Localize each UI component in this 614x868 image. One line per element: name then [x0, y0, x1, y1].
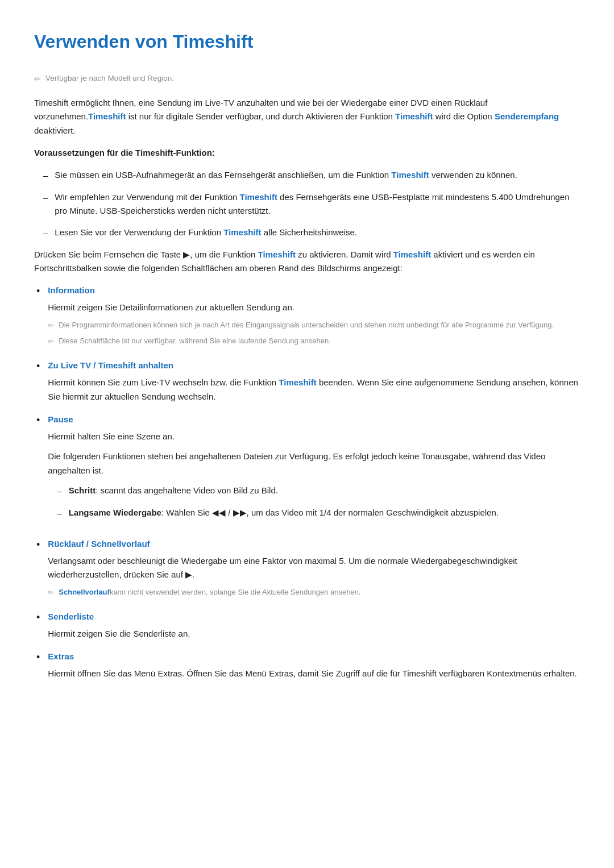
bullet-dot-1: • [36, 284, 40, 299]
desc-pause-2: Die folgenden Funktionen stehen bei ange… [48, 450, 580, 478]
timeshift-link-act2: Timeshift [393, 250, 431, 259]
desc-pause-1: Hiermit halten Sie eine Szene an. [48, 430, 580, 444]
list-item-extras: • Extras Hiermit öffnen Sie das Menü Ext… [34, 650, 580, 681]
prereq-item-1: – Sie müssen ein USB-Aufnahmegerät an da… [34, 168, 580, 182]
dash-schritt: – [57, 484, 61, 498]
senderempfang-link: Senderempfang [495, 111, 559, 121]
timeshift-link-prereq2: Timeshift [240, 192, 277, 202]
timeshift-link-prereq1: Timeshift [391, 170, 429, 180]
prereq-item-3: – Lesen Sie vor der Verwendung der Funkt… [34, 226, 580, 240]
activation-paragraph: Drücken Sie beim Fernsehen die Taste ▶, … [34, 248, 580, 276]
list-item-senderliste: • Senderliste Hiermit zeigen Sie die Sen… [34, 610, 580, 641]
label-senderliste: Senderliste [48, 610, 580, 624]
list-item-information: • Information Hiermit zeigen Sie Detaili… [34, 284, 580, 350]
label-livetv: Zu Live TV / Timeshift anhalten [48, 359, 580, 372]
dash-2: – [43, 191, 48, 205]
note-information-2: ✏ Diese Schaltfläche ist nur verfügbar, … [48, 335, 580, 347]
bold-schritt: Schritt [69, 485, 96, 495]
pause-sub-list: – Schritt: scannt das angehaltene Video … [48, 484, 580, 520]
label-information: Information [48, 284, 580, 297]
label-livetv-part1: Zu Live TV [48, 360, 91, 370]
bullet-dot-5: • [36, 610, 40, 625]
desc-livetv: Hiermit können Sie zum Live-TV wechseln … [48, 376, 580, 404]
dash-1: – [43, 169, 48, 182]
label-rewind: Rücklauf / Schnellvorlauf [48, 537, 580, 551]
bullet-dot-6: • [36, 650, 40, 665]
label-livetv-part2: Timeshift anhalten [98, 360, 173, 370]
desc-extras: Hiermit öffnen Sie das Menü Extras. Öffn… [48, 667, 580, 681]
bullet-dot-3: • [36, 413, 40, 428]
timeshift-link-act1: Timeshift [258, 250, 296, 259]
intro-text-end: wird die Option [433, 111, 494, 121]
pencil-icon-info2: ✏ [48, 336, 54, 347]
desc-rewind: Verlangsamt oder beschleunigt die Wieder… [48, 554, 580, 583]
pause-sub-item-1: – Schritt: scannt das angehaltene Video … [48, 484, 580, 498]
label-pause: Pause [48, 413, 580, 426]
bullet-dot-4: • [36, 537, 40, 553]
schnellvorlauf-link: Schnellvorlauf [59, 588, 110, 596]
prerequisites-heading: Voraussetzungen für die Timeshift-Funkti… [34, 146, 580, 160]
dash-3: – [43, 226, 48, 240]
timeshift-link-1: Timeshift [88, 111, 126, 121]
dash-slow: – [57, 506, 61, 520]
timeshift-link-2: Timeshift [395, 111, 433, 121]
intro-deaktiviert: deaktiviert. [34, 126, 76, 135]
page-title: Verwenden von Timeshift [34, 27, 580, 56]
timeshift-link-prereq3: Timeshift [223, 227, 261, 237]
availability-note: ✏ Verfügbar je nach Modell und Region. [34, 72, 580, 85]
prerequisites-list: – Sie müssen ein USB-Aufnahmegerät an da… [34, 168, 580, 240]
pencil-icon-info1: ✏ [48, 320, 54, 331]
desc-senderliste: Hiermit zeigen Sie die Senderliste an. [48, 627, 580, 641]
bullet-dot-2: • [36, 359, 40, 374]
label-rewind-part2: Schnellvorlauf [91, 539, 150, 549]
pause-sub-item-2: – Langsame Wiedergabe: Wählen Sie ◀◀ / ▶… [48, 506, 580, 520]
features-list: • Information Hiermit zeigen Sie Detaili… [34, 284, 580, 681]
label-extras: Extras [48, 650, 580, 663]
label-rewind-part1: Rücklauf [48, 539, 84, 549]
intro-paragraph: Timeshift ermöglicht Ihnen, eine Sendung… [34, 96, 580, 138]
list-item-livetv: • Zu Live TV / Timeshift anhalten Hiermi… [34, 359, 580, 404]
note-rewind-1: ✏ Schnellvorlaufkann nicht verwendet wer… [48, 587, 580, 599]
note-information-1: ✏ Die Programminformationen können sich … [48, 319, 580, 331]
pencil-icon: ✏ [34, 73, 41, 85]
list-item-pause: • Pause Hiermit halten Sie eine Szene an… [34, 413, 580, 528]
prereq-item-2: – Wir empfehlen zur Verwendung mit der F… [34, 190, 580, 218]
label-livetv-sep: / [91, 360, 98, 370]
pencil-icon-rewind: ✏ [48, 587, 54, 599]
label-rewind-sep: / [84, 539, 92, 549]
timeshift-link-livetv: Timeshift [279, 377, 316, 387]
list-item-rewind: • Rücklauf / Schnellvorlauf Verlangsamt … [34, 537, 580, 601]
intro-text-mid: ist nur für digitale Sender verfügbar, u… [126, 111, 395, 121]
bold-slow: Langsame Wiedergabe [69, 508, 161, 517]
desc-information: Hiermit zeigen Sie Detailinformationen z… [48, 301, 580, 315]
